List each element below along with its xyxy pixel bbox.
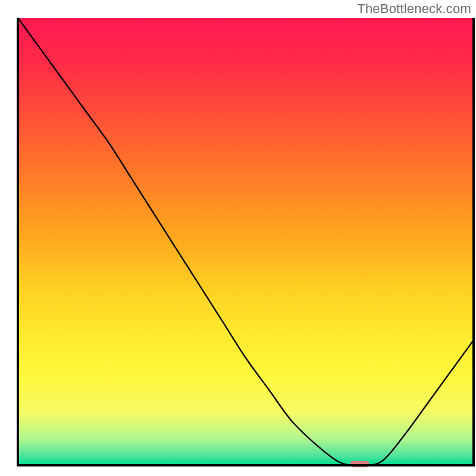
chart-container: TheBottleneck.com [0, 0, 476, 476]
plot-background [18, 18, 474, 465]
chart-svg [0, 0, 476, 476]
